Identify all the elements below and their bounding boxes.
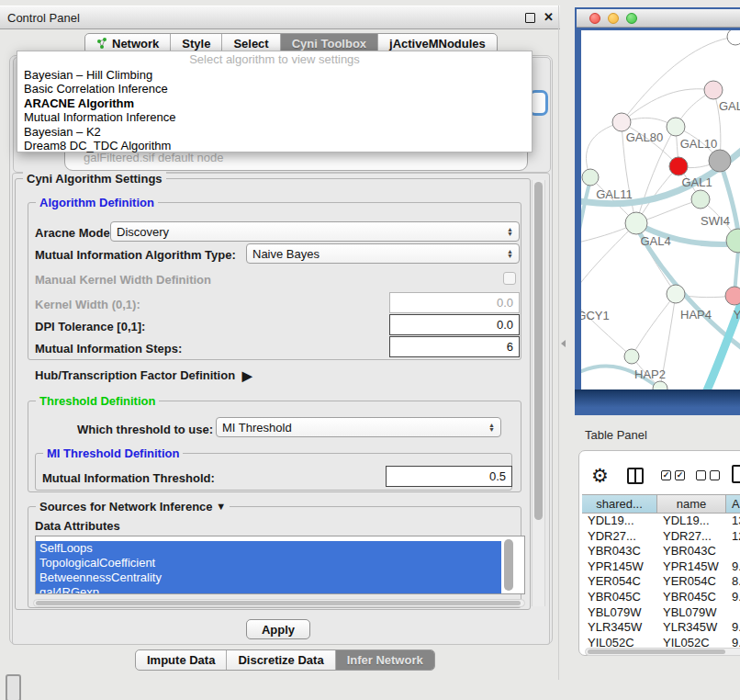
- dock-panel-icon[interactable]: [6, 674, 21, 700]
- network-node-HAP2[interactable]: [624, 349, 639, 364]
- aracne-mode-combo[interactable]: Discovery ▲▼: [110, 221, 520, 242]
- list-scrollbar[interactable]: [504, 539, 513, 591]
- bottom-tab-bar: Impute Data Discretize Data Infer Networ…: [135, 649, 435, 671]
- algorithm-option[interactable]: Basic Correlation Inference: [17, 82, 532, 96]
- source-attribute-item[interactable]: BetweennessCentrality: [36, 570, 501, 585]
- mi-type-combo[interactable]: Naive Bayes ▲▼: [246, 243, 520, 264]
- source-attribute-item[interactable]: SelfLoops: [36, 541, 501, 556]
- apply-button[interactable]: Apply: [246, 619, 310, 639]
- table-row[interactable]: YPR145WYPR145W9.: [582, 559, 740, 575]
- column-header-name[interactable]: name: [657, 495, 726, 513]
- table-cell: YPR145W: [657, 559, 726, 575]
- table-panel-title: Table Panel: [585, 428, 647, 442]
- dpi-tolerance-field[interactable]: 0.0: [389, 314, 520, 335]
- network-view-window[interactable]: GALGAL80GAL10GAL1GAL11SWI4GAL4GCY1HAP4YH…: [575, 7, 740, 415]
- algorithm-option[interactable]: ARACNE Algorithm: [17, 96, 532, 110]
- algorithm-option[interactable]: Mutual Information Inference: [17, 110, 532, 124]
- table-row[interactable]: YBL079WYBL079W: [582, 605, 740, 621]
- panel-divider: [558, 6, 559, 680]
- export-table-icon[interactable]: [732, 465, 740, 483]
- hub-definition-toggle[interactable]: Hub/Transcription Factor Definition ▶: [35, 367, 249, 382]
- cyni-settings-title: Cyni Algorithm Settings: [23, 172, 166, 186]
- sources-title[interactable]: Sources for Network Inference ▼: [36, 500, 230, 514]
- algorithm-option[interactable]: Dream8 DC_TDC Algorithm: [17, 139, 532, 152]
- control-panel-titlebar: Control Panel ✕: [0, 6, 560, 29]
- close-icon[interactable]: ✕: [544, 10, 554, 24]
- table-row[interactable]: YBR045CYBR045C9.: [582, 590, 740, 605]
- data-attributes-list[interactable]: SelfLoopsTopologicalCoefficientBetweenne…: [35, 536, 525, 594]
- network-node-label: GAL10: [680, 137, 717, 151]
- network-node-node-gray[interactable]: [709, 150, 731, 172]
- network-edge[interactable]: [632, 294, 676, 356]
- table-hscrollbar-thumb[interactable]: [588, 649, 725, 654]
- float-icon[interactable]: [525, 13, 535, 23]
- network-window-titlebar[interactable]: [577, 9, 740, 28]
- network-node-GAL10[interactable]: [667, 118, 685, 136]
- panel-title: Control Panel: [7, 11, 80, 25]
- settings-hscrollbar[interactable]: [33, 599, 525, 607]
- deselect-all-checkbox-icon[interactable]: [696, 470, 706, 480]
- table-row[interactable]: YBR043CYBR043C: [582, 544, 740, 559]
- which-threshold-combo[interactable]: MI Threshold ▲▼: [216, 417, 501, 437]
- select-all-checkbox-icon2[interactable]: ✓: [675, 470, 685, 480]
- close-traffic-icon[interactable]: [589, 13, 600, 24]
- network-node-label: Y: [734, 308, 740, 322]
- select-all-checkbox-icon[interactable]: ✓: [661, 470, 671, 480]
- algorithm-option[interactable]: Bayesian – K2: [17, 125, 532, 139]
- network-node-GAL11[interactable]: [582, 169, 599, 186]
- table-cell: YBL079W: [582, 605, 657, 621]
- network-node-node-salmon[interactable]: [725, 287, 740, 305]
- table-row[interactable]: YDR27...YDR27...12: [582, 529, 740, 545]
- source-attribute-item[interactable]: gal4RGexp: [36, 585, 501, 594]
- settings-vscrollbar-thumb[interactable]: [534, 182, 543, 520]
- algorithm-dropdown: Select algorithm to view settings Bayesi…: [17, 51, 533, 152]
- table-cell: 9.: [726, 559, 740, 575]
- network-node-node-top-right[interactable]: [727, 30, 740, 45]
- minimize-traffic-icon[interactable]: [608, 13, 619, 24]
- splitter-handle-icon[interactable]: [561, 340, 566, 347]
- zoom-traffic-icon[interactable]: [626, 13, 637, 24]
- column-header-shared-name[interactable]: shared...: [582, 495, 657, 513]
- gear-icon[interactable]: ⚙: [591, 465, 609, 487]
- mi-threshold-title: MI Threshold Definition: [43, 446, 183, 460]
- network-canvas[interactable]: GALGAL80GAL10GAL1GAL11SWI4GAL4GCY1HAP4YH…: [581, 30, 740, 390]
- network-window-bottom-frame: [575, 390, 740, 415]
- deselect-all-checkbox-icon2[interactable]: [710, 470, 720, 480]
- network-node-node-red[interactable]: [669, 157, 688, 175]
- columns-icon[interactable]: [627, 468, 644, 484]
- network-edge[interactable]: [581, 299, 632, 356]
- data-attributes-label: Data Attributes: [35, 519, 120, 533]
- kernel-width-field[interactable]: 0.0: [389, 292, 520, 313]
- mi-steps-field[interactable]: 6: [389, 336, 520, 357]
- mi-threshold-field[interactable]: 0.5: [386, 466, 512, 487]
- manual-kernel-checkbox[interactable]: [503, 272, 516, 285]
- table-cell: 12: [726, 529, 740, 545]
- network-node-GAL80[interactable]: [612, 113, 631, 131]
- table-cell: YBR043C: [657, 544, 726, 559]
- table-row[interactable]: YIL052CYIL052C9.: [582, 636, 740, 647]
- algorithm-option[interactable]: Bayesian – Hill Climbing: [17, 68, 532, 82]
- settings-hscrollbar-thumb[interactable]: [36, 601, 521, 605]
- network-node-HAP4[interactable]: [667, 285, 685, 303]
- settings-vscrollbar[interactable]: [532, 180, 545, 606]
- table-cell: YBR043C: [582, 544, 657, 559]
- tab-infer-network[interactable]: Infer Network: [335, 650, 434, 670]
- tab-discretize-data[interactable]: Discretize Data: [226, 650, 334, 670]
- tab-impute-data[interactable]: Impute Data: [136, 650, 226, 670]
- table-cell: 9.: [726, 636, 740, 647]
- table-row[interactable]: YLR345WYLR345W9.: [582, 620, 740, 636]
- network-node-GAL4[interactable]: [625, 212, 647, 234]
- network-node-node-gal-pink[interactable]: [704, 81, 723, 99]
- column-header-clipped[interactable]: A: [726, 495, 740, 513]
- table-row[interactable]: YDL19...YDL19...13: [582, 514, 740, 529]
- network-node-SWI4[interactable]: [726, 229, 740, 253]
- table-hscrollbar[interactable]: [585, 648, 740, 656]
- network-node-label: GAL1: [681, 175, 712, 189]
- source-attribute-item[interactable]: TopologicalCoefficient: [36, 556, 501, 570]
- table-cell: 8.: [726, 574, 740, 590]
- network-node-label: SWI4: [701, 214, 730, 228]
- table-row[interactable]: YER054CYER054C8.: [582, 574, 740, 590]
- table-body: YDL19...YDL19...13YDR27...YDR27...12YBR0…: [582, 514, 740, 647]
- network-node-GAL1[interactable]: [691, 190, 710, 209]
- network-edge-highlighted[interactable]: [581, 179, 590, 297]
